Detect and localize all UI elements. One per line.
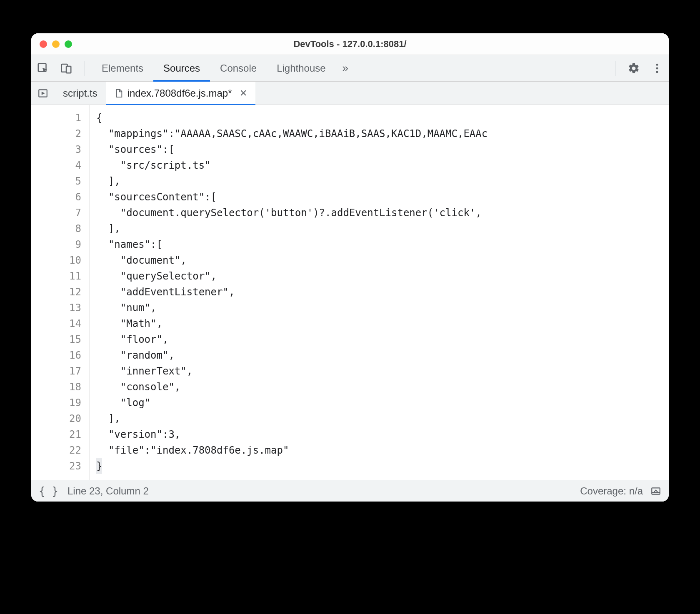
tab-lighthouse[interactable]: Lighthouse — [267, 55, 335, 81]
code-line[interactable]: ], — [96, 221, 669, 237]
svg-point-3 — [656, 63, 658, 65]
titlebar: DevTools - 127.0.0.1:8081/ — [31, 33, 669, 55]
svg-point-5 — [656, 71, 658, 73]
file-tabs-bar: script.ts index.7808df6e.js.map* ✕ — [31, 82, 669, 105]
minimize-window-button[interactable] — [52, 40, 60, 48]
code-line[interactable]: "innerText", — [96, 363, 669, 379]
close-window-button[interactable] — [40, 40, 47, 48]
line-number: 4 — [31, 157, 81, 173]
device-toolbar-icon[interactable] — [56, 58, 76, 78]
line-number: 23 — [31, 458, 81, 474]
code-line[interactable]: "document", — [96, 252, 669, 268]
line-number: 12 — [31, 284, 81, 300]
line-number: 13 — [31, 300, 81, 316]
line-number: 10 — [31, 252, 81, 268]
code-line[interactable]: "src/script.ts" — [96, 157, 669, 173]
code-line[interactable]: "floor", — [96, 332, 669, 347]
main-tabs-bar: Elements Sources Console Lighthouse » — [31, 55, 669, 82]
line-number: 3 — [31, 142, 81, 157]
pretty-print-icon[interactable]: { } — [39, 485, 58, 497]
tab-sources[interactable]: Sources — [153, 55, 210, 81]
code-line[interactable]: "sources":[ — [96, 142, 669, 157]
line-number: 18 — [31, 379, 81, 395]
navigator-toggle-icon[interactable] — [31, 82, 55, 105]
line-number: 21 — [31, 427, 81, 442]
code-line[interactable]: "document.querySelector('button')?.addEv… — [96, 205, 669, 221]
code-line[interactable]: "sourcesContent":[ — [96, 189, 669, 205]
code-line[interactable]: "names":[ — [96, 237, 669, 252]
traffic-lights — [40, 40, 72, 48]
code-line[interactable]: } — [96, 458, 669, 474]
line-number: 5 — [31, 173, 81, 189]
code-content[interactable]: { "mappings":"AAAAA,SAASC,cAAc,WAAWC,iBA… — [90, 105, 669, 480]
svg-rect-2 — [66, 66, 71, 73]
code-editor[interactable]: 1234567891011121314151617181920212223 { … — [31, 105, 669, 480]
code-line[interactable]: ], — [96, 411, 669, 427]
line-number: 6 — [31, 189, 81, 205]
line-number: 20 — [31, 411, 81, 427]
status-bar: { } Line 23, Column 2 Coverage: n/a — [31, 480, 669, 502]
line-number-gutter: 1234567891011121314151617181920212223 — [31, 105, 90, 480]
maximize-window-button[interactable] — [65, 40, 72, 48]
line-number: 17 — [31, 363, 81, 379]
file-tab-sourcemap[interactable]: index.7808df6e.js.map* ✕ — [106, 82, 255, 105]
code-line[interactable]: { — [96, 110, 669, 126]
cursor-position: Line 23, Column 2 — [68, 485, 149, 497]
file-icon — [114, 89, 123, 98]
svg-point-4 — [656, 67, 658, 69]
show-drawer-icon[interactable] — [650, 486, 661, 497]
divider — [615, 61, 615, 76]
file-tab-label: index.7808df6e.js.map* — [128, 87, 232, 99]
line-number: 8 — [31, 221, 81, 237]
line-number: 15 — [31, 332, 81, 347]
line-number: 14 — [31, 316, 81, 332]
file-tab-label: script.ts — [63, 87, 98, 99]
code-line[interactable]: "mappings":"AAAAA,SAASC,cAAc,WAAWC,iBAAi… — [96, 126, 669, 142]
line-number: 22 — [31, 442, 81, 458]
code-line[interactable]: "num", — [96, 300, 669, 316]
more-tabs-button[interactable]: » — [336, 62, 355, 75]
svg-rect-7 — [652, 488, 660, 494]
code-line[interactable]: "file":"index.7808df6e.js.map" — [96, 442, 669, 458]
file-tab-script-ts[interactable]: script.ts — [55, 82, 106, 105]
divider — [85, 61, 85, 76]
kebab-menu-icon[interactable] — [647, 58, 667, 78]
code-line[interactable]: "querySelector", — [96, 268, 669, 284]
line-number: 11 — [31, 268, 81, 284]
code-line[interactable]: "log" — [96, 395, 669, 411]
settings-icon[interactable] — [624, 58, 644, 78]
devtools-window: DevTools - 127.0.0.1:8081/ Elements Sour… — [31, 33, 669, 502]
line-number: 16 — [31, 347, 81, 363]
inspect-element-icon[interactable] — [33, 58, 53, 78]
tab-console[interactable]: Console — [210, 55, 267, 81]
code-line[interactable]: "random", — [96, 347, 669, 363]
line-number: 19 — [31, 395, 81, 411]
coverage-status: Coverage: n/a — [580, 485, 643, 497]
code-line[interactable]: "Math", — [96, 316, 669, 332]
line-number: 9 — [31, 237, 81, 252]
code-line[interactable]: "console", — [96, 379, 669, 395]
line-number: 1 — [31, 110, 81, 126]
code-line[interactable]: ], — [96, 173, 669, 189]
line-number: 7 — [31, 205, 81, 221]
window-title: DevTools - 127.0.0.1:8081/ — [293, 39, 406, 50]
code-line[interactable]: "version":3, — [96, 427, 669, 442]
close-tab-icon[interactable]: ✕ — [236, 88, 247, 99]
code-line[interactable]: "addEventListener", — [96, 284, 669, 300]
tab-elements[interactable]: Elements — [92, 55, 153, 81]
line-number: 2 — [31, 126, 81, 142]
